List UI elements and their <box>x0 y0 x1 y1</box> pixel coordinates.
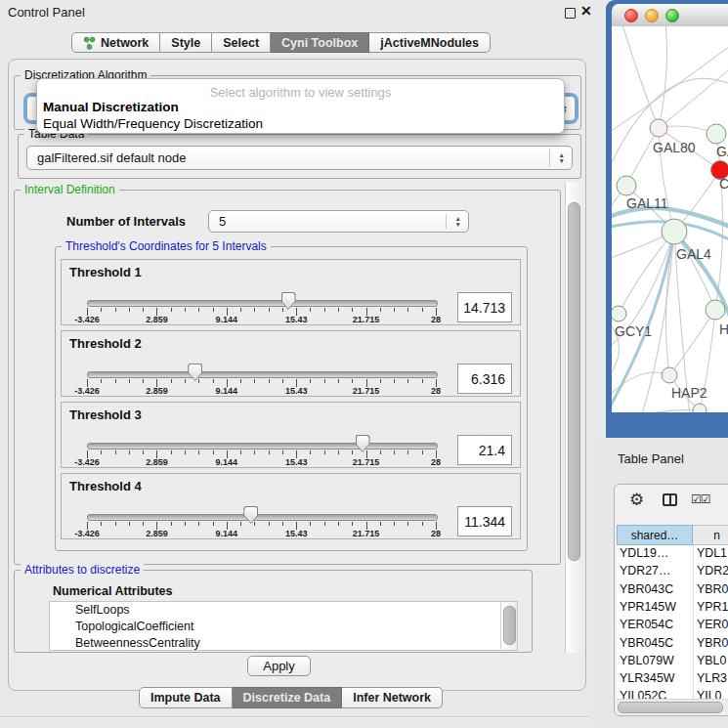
mac-close-icon[interactable] <box>624 9 638 22</box>
node-gal11 <box>617 176 636 195</box>
gear-icon[interactable]: ⚙ <box>629 490 644 510</box>
slider-track[interactable] <box>87 371 438 378</box>
table-row[interactable]: YBR045CYBR0 <box>617 635 728 653</box>
tick-label: 21.715 <box>353 386 380 396</box>
numerical-attributes-label: Numerical Attributes <box>53 584 172 598</box>
tick-label: 2.859 <box>146 457 168 467</box>
tab-cyni-toolbox[interactable]: Cyni Toolbox <box>271 32 369 53</box>
table-row[interactable]: YER054CYER0 <box>617 617 728 634</box>
tick-label: 28 <box>431 529 441 538</box>
top-tabbar: Network Style Select Cyni Toolbox jActiv… <box>71 32 491 53</box>
threshold-label: Threshold 1 <box>69 265 142 279</box>
threshold-label: Threshold 2 <box>69 336 142 351</box>
cell-shared-name: YDR27… <box>620 564 692 578</box>
mac-zoom-icon[interactable] <box>665 9 679 22</box>
cell-shared-name: YBR043C <box>620 582 692 596</box>
table-row[interactable]: YBL079WYBL0 <box>617 653 728 670</box>
threshold-value-field[interactable]: 6.316 <box>457 364 512 394</box>
tab-jactivemnodules[interactable]: jActiveMNodules <box>369 32 491 53</box>
table-data-value: galFiltered.sif default node <box>37 150 186 165</box>
number-of-intervals-combobox[interactable]: 5 ▲▼ <box>208 210 469 233</box>
tab-discretize-data[interactable]: Discretize Data <box>233 687 343 708</box>
tab-infer-network[interactable]: Infer Network <box>342 687 443 708</box>
close-icon[interactable]: ✕ <box>580 3 592 19</box>
tick-label: 21.715 <box>353 529 380 538</box>
tab-label: jActiveMNodules <box>380 36 479 50</box>
tab-select[interactable]: Select <box>212 32 271 53</box>
tick-label: 28 <box>431 386 441 396</box>
tick-label: 9.144 <box>216 457 238 467</box>
table-row[interactable]: YDR27…YDR2 <box>617 563 728 580</box>
threshold-value-field[interactable]: 11.344 <box>457 506 512 536</box>
tick-label: 15.43 <box>285 386 308 396</box>
cell-name: YIL0 <box>697 689 728 699</box>
table-panel-frame: ⚙ ☑☑ shared… n YDL19…YDL1YDR27…YDR2YBR04… <box>614 484 728 716</box>
float-icon[interactable] <box>565 8 576 19</box>
tab-label: Style <box>171 36 200 50</box>
control-panel-titlebar: Control Panel ✕ <box>0 0 589 23</box>
popup-option-manual[interactable]: Manual Discretization <box>43 100 179 114</box>
table-row[interactable]: YDL19…YDL1 <box>617 545 728 563</box>
tab-style[interactable]: Style <box>160 32 212 53</box>
tick-label: 2.859 <box>146 386 168 396</box>
table-row[interactable]: YBR043CYBR0 <box>617 581 728 599</box>
node-gal4 <box>662 219 687 244</box>
slider-tick-labels: -3.4262.8599.14415.4321.71528 <box>87 457 436 468</box>
threshold-row-2: Threshold 2 -3.4262.8599.14415.4321.7152… <box>61 330 521 397</box>
cell-shared-name: YIL052C <box>620 689 692 699</box>
table-row[interactable]: YPR145WYPR1 <box>617 599 728 617</box>
apply-button[interactable]: Apply <box>247 656 311 676</box>
content-scrollbar[interactable] <box>565 182 581 653</box>
column-header-shared[interactable]: shared… <box>617 525 693 545</box>
mac-minimize-icon[interactable] <box>645 9 659 22</box>
node-label: HAP2 <box>671 385 707 401</box>
table-panel-region: Table Panel ⚙ ☑☑ shared… n YDL19…YDL1YDR… <box>589 438 728 728</box>
tab-label: Select <box>223 36 259 50</box>
tick-label: 2.859 <box>146 315 168 324</box>
tab-label: Cyni Toolbox <box>281 36 358 50</box>
split-table-icon[interactable] <box>663 493 677 506</box>
apply-button-label: Apply <box>263 659 295 673</box>
tick-label: 9.144 <box>216 529 238 538</box>
threshold-value-field[interactable]: 21.4 <box>457 435 512 465</box>
node-label: H <box>719 321 728 337</box>
node-label: GA <box>716 144 728 159</box>
popup-option-equal-width[interactable]: Equal Width/Frequency Discretization <box>43 116 263 131</box>
tab-label: Discretize Data <box>243 691 331 705</box>
threshold-value-field[interactable]: 14.713 <box>457 292 512 322</box>
table-hscrollbar[interactable] <box>617 699 728 713</box>
attributes-list[interactable]: SelfLoops TopologicalCoefficient Between… <box>49 601 518 651</box>
tick-label: 15.43 <box>285 529 308 538</box>
table-row[interactable]: YIL052CYIL0 <box>617 688 728 699</box>
attributes-group-title: Attributes to discretize <box>21 563 144 578</box>
table-panel-title: Table Panel <box>618 451 684 466</box>
table-row[interactable]: YLR345WYLR3 <box>617 670 728 688</box>
tab-impute-data[interactable]: Impute Data <box>139 687 233 708</box>
slider-track[interactable] <box>87 514 438 521</box>
panel-title: Control Panel <box>8 5 85 20</box>
list-item[interactable]: SelfLoops <box>50 602 517 619</box>
number-of-intervals-label: Number of Intervals <box>66 214 186 229</box>
cell-name: YDL1 <box>697 546 728 560</box>
node-gcy1 <box>612 306 626 321</box>
list-item[interactable]: BetweennessCentrality <box>50 635 517 651</box>
network-window-titlebar[interactable] <box>612 4 728 27</box>
bottom-tabbar: Impute Data Discretize Data Infer Networ… <box>139 687 443 708</box>
node-bottom <box>693 404 707 412</box>
select-columns-icon[interactable]: ☑☑ <box>691 492 710 506</box>
threshold-row-4: Threshold 4 -3.4262.8599.14415.4321.7152… <box>61 473 521 539</box>
list-scrollbar[interactable] <box>500 602 517 650</box>
tick-label: 21.715 <box>353 457 380 467</box>
list-item[interactable]: TopologicalCoefficient <box>50 619 517 635</box>
tick-label: 28 <box>431 457 441 467</box>
threshold-row-1: Threshold 1 -3.4262.8599.14415.4321.7152… <box>61 259 521 325</box>
column-header-name[interactable]: n <box>693 525 728 545</box>
slider-track[interactable] <box>87 300 438 307</box>
slider-track[interactable] <box>87 443 438 450</box>
node-label: GCY1 <box>615 323 652 339</box>
table-data-combobox[interactable]: galFiltered.sif default node ▲▼ <box>26 146 573 170</box>
tick-label: 15.43 <box>285 315 308 324</box>
network-canvas[interactable]: GAL80 GA GAL11 C GAL4 GCY1 H HAP2 <box>612 26 728 412</box>
tab-network[interactable]: Network <box>71 32 160 53</box>
algorithm-dropdown-popup: Select algorithm to view settings Manual… <box>36 78 565 134</box>
